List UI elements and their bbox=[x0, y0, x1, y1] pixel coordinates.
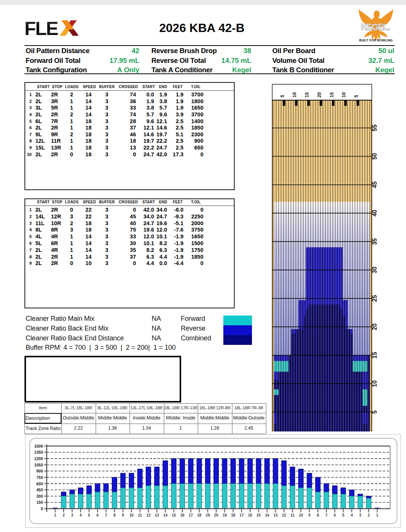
svg-text:2: 2 bbox=[63, 513, 65, 517]
svg-text:5: 5 bbox=[280, 95, 285, 98]
svg-text:15: 15 bbox=[304, 92, 310, 98]
svg-text:20: 20 bbox=[371, 323, 378, 330]
svg-text:3: 3 bbox=[71, 513, 73, 517]
svg-text:600: 600 bbox=[36, 482, 43, 486]
svg-text:450: 450 bbox=[36, 488, 43, 492]
svg-text:8: 8 bbox=[113, 513, 116, 517]
svg-text:6: 6 bbox=[334, 513, 336, 517]
svg-text:11: 11 bbox=[290, 513, 295, 517]
svg-text:18: 18 bbox=[231, 513, 235, 517]
svg-text:4: 4 bbox=[79, 513, 82, 517]
svg-text:40: 40 bbox=[371, 210, 378, 216]
svg-text:300: 300 bbox=[36, 494, 43, 498]
svg-text:1050: 1050 bbox=[34, 463, 43, 467]
svg-text:20: 20 bbox=[214, 513, 218, 517]
svg-text:19: 19 bbox=[223, 513, 227, 517]
svg-text:17: 17 bbox=[189, 513, 193, 517]
svg-text:45: 45 bbox=[371, 181, 378, 188]
svg-text:10: 10 bbox=[292, 92, 297, 98]
svg-text:12: 12 bbox=[282, 513, 286, 517]
svg-text:7: 7 bbox=[105, 513, 107, 517]
svg-text:1200: 1200 bbox=[34, 456, 43, 461]
svg-text:25: 25 bbox=[371, 295, 378, 302]
svg-text:5: 5 bbox=[342, 513, 345, 517]
svg-text:17: 17 bbox=[240, 513, 244, 517]
svg-text:12: 12 bbox=[146, 513, 151, 517]
svg-text:30: 30 bbox=[371, 267, 378, 273]
svg-text:9: 9 bbox=[308, 513, 311, 517]
svg-text:50: 50 bbox=[371, 153, 378, 160]
svg-text:14: 14 bbox=[265, 513, 269, 517]
svg-text:3: 3 bbox=[359, 513, 362, 517]
svg-text:10: 10 bbox=[129, 513, 134, 517]
svg-text:1350: 1350 bbox=[34, 450, 43, 454]
svg-text:16: 16 bbox=[248, 513, 252, 517]
svg-text:10: 10 bbox=[371, 380, 378, 387]
svg-text:2: 2 bbox=[368, 513, 370, 517]
svg-text:900: 900 bbox=[36, 469, 43, 473]
svg-text:7: 7 bbox=[325, 513, 328, 517]
svg-text:1: 1 bbox=[54, 513, 56, 517]
svg-text:750: 750 bbox=[36, 475, 43, 480]
svg-text:15: 15 bbox=[371, 352, 378, 359]
svg-text:11: 11 bbox=[138, 513, 142, 517]
svg-text:1500: 1500 bbox=[34, 444, 43, 448]
svg-text:14: 14 bbox=[163, 513, 168, 517]
svg-text:5: 5 bbox=[371, 410, 378, 414]
svg-text:KEGEL.: KEGEL. bbox=[361, 22, 390, 32]
svg-text:15: 15 bbox=[256, 513, 261, 517]
svg-text:19: 19 bbox=[206, 513, 210, 517]
svg-text:20: 20 bbox=[317, 92, 322, 98]
svg-text:10: 10 bbox=[341, 92, 346, 98]
svg-text:0: 0 bbox=[41, 506, 43, 511]
svg-text:15: 15 bbox=[329, 92, 334, 98]
svg-text:13: 13 bbox=[273, 513, 278, 517]
svg-text:16: 16 bbox=[180, 513, 185, 517]
svg-text:5: 5 bbox=[88, 513, 90, 517]
svg-text:35: 35 bbox=[371, 238, 378, 245]
svg-text:1: 1 bbox=[376, 513, 379, 517]
svg-text:150: 150 bbox=[36, 500, 43, 505]
svg-text:8: 8 bbox=[317, 513, 319, 517]
svg-text:4: 4 bbox=[351, 513, 353, 517]
svg-text:15: 15 bbox=[172, 513, 176, 517]
svg-text:55: 55 bbox=[371, 125, 378, 131]
svg-text:10: 10 bbox=[299, 513, 303, 517]
svg-text:6: 6 bbox=[96, 513, 99, 517]
svg-text:18: 18 bbox=[197, 513, 201, 517]
svg-text:13: 13 bbox=[155, 513, 159, 517]
svg-text:5: 5 bbox=[354, 95, 359, 98]
svg-text:BUILT FOR BOWLING: BUILT FOR BOWLING bbox=[359, 38, 392, 42]
svg-text:9: 9 bbox=[122, 513, 124, 517]
